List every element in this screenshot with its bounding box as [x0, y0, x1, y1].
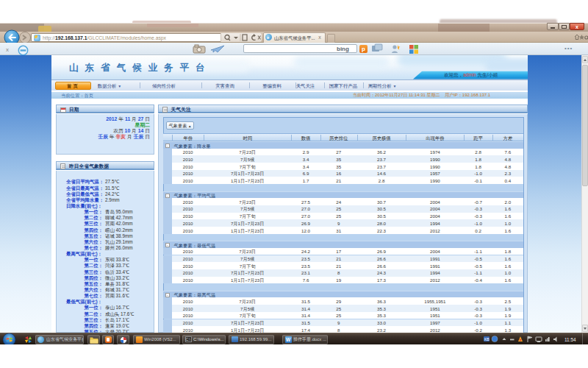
svg-text:KB: KB — [484, 337, 490, 342]
